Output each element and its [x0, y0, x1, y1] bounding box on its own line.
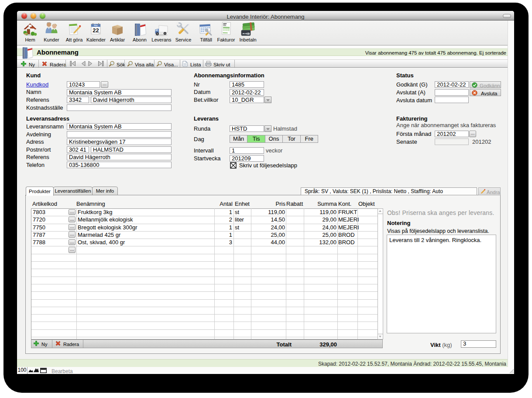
svg-text:May: May [94, 24, 98, 27]
svg-text:22: 22 [93, 27, 99, 34]
